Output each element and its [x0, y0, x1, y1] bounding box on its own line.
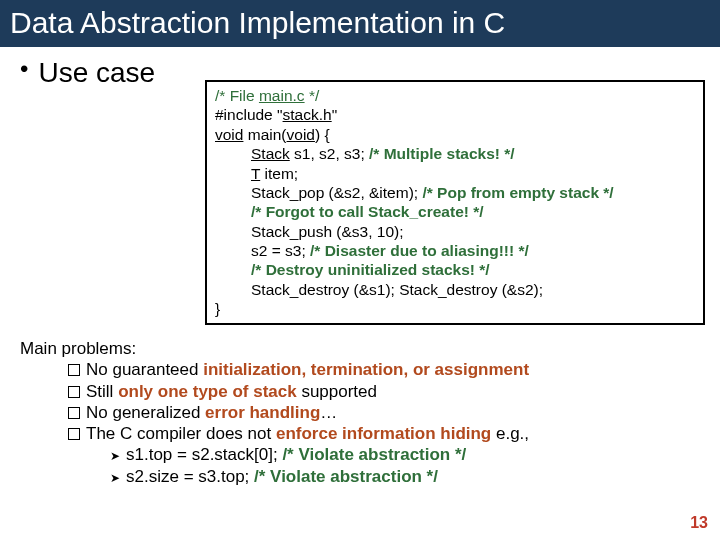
square-bullet-icon	[68, 382, 86, 401]
page-number: 13	[690, 514, 708, 532]
problems-intro: Main problems:	[20, 338, 700, 359]
slide-title: Data Abstraction Implementation in C	[0, 0, 720, 47]
code-block: /* File main.c */ #include "stack.h" voi…	[205, 80, 705, 325]
arrow-bullet-icon	[110, 467, 126, 486]
bullet-dot-icon: •	[20, 57, 28, 81]
square-bullet-icon	[68, 403, 86, 422]
arrow-bullet-icon	[110, 445, 126, 464]
problems-section: Main problems: No guaranteed initializat…	[20, 338, 700, 487]
square-bullet-icon	[68, 360, 86, 379]
bullet-text: Use case	[38, 57, 155, 89]
square-bullet-icon	[68, 424, 86, 443]
